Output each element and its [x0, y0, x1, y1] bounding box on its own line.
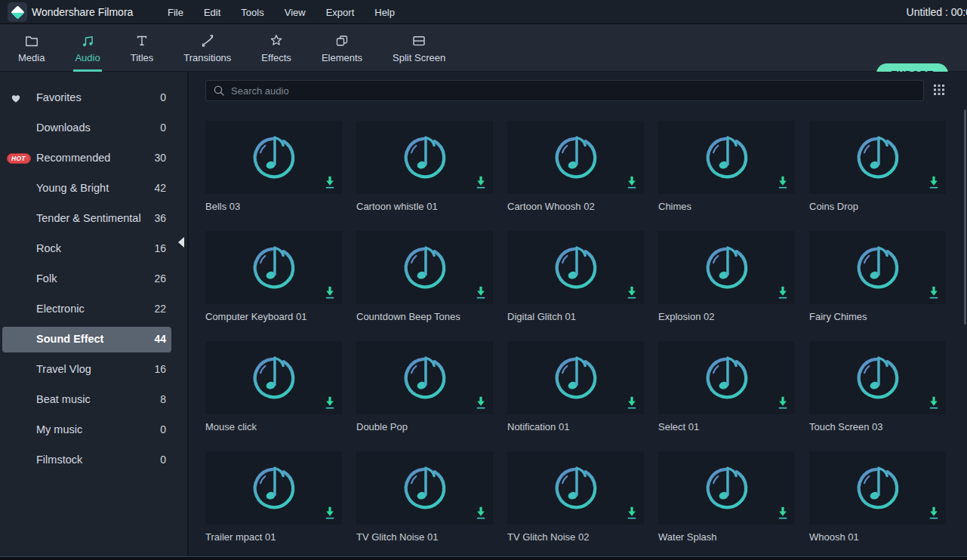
menu-item-help[interactable]: Help [374, 7, 395, 18]
sidebar-item-filmstock[interactable]: Filmstock 0 [0, 445, 187, 475]
audio-thumbnail[interactable] [658, 121, 795, 194]
grid-view-icon[interactable] [933, 84, 945, 96]
audio-thumbnail[interactable] [658, 341, 795, 414]
audio-item-cartoon-whistle-01[interactable]: Cartoon whistle 01 [356, 121, 493, 231]
tab-titles[interactable]: Titles [131, 24, 154, 72]
audio-thumbnail[interactable] [658, 451, 795, 525]
sidebar-item-count: 44 [154, 333, 166, 345]
audio-item-computer-keyboard-01[interactable]: Computer Keyboard 01 [205, 231, 342, 341]
tab-audio[interactable]: Audio [75, 24, 100, 72]
music-note-icon [250, 464, 298, 512]
tab-effects[interactable]: Effects [261, 24, 291, 72]
audio-item-bells-03[interactable]: Bells 03 [205, 121, 342, 231]
tab-split-screen[interactable]: Split Screen [393, 24, 445, 72]
audio-item-digital-glitch-01[interactable]: Digital Glitch 01 [507, 231, 644, 341]
sidebar-collapse-arrow-icon[interactable] [178, 237, 184, 248]
tab-list: Media Audio Titles Transitions Effects E… [18, 24, 445, 72]
sidebar-item-my-music[interactable]: My music 0 [0, 415, 187, 445]
sidebar-item-young-bright[interactable]: Young & Bright 42 [0, 174, 187, 204]
download-icon[interactable] [324, 174, 336, 189]
audio-item-countdown-beep-tones[interactable]: Countdown Beep Tones [356, 231, 493, 341]
scrollbar[interactable] [964, 109, 966, 325]
download-icon[interactable] [626, 174, 638, 189]
download-icon[interactable] [475, 174, 487, 189]
audio-thumbnail[interactable] [356, 451, 493, 525]
menu-item-export[interactable]: Export [326, 7, 355, 18]
audio-item-select-01[interactable]: Select 01 [658, 341, 795, 451]
download-icon[interactable] [777, 505, 789, 520]
audio-thumbnail[interactable] [507, 451, 644, 525]
audio-thumbnail[interactable] [205, 231, 342, 304]
sidebar-item-label: Young & Bright [36, 182, 109, 194]
audio-thumbnail[interactable] [809, 231, 946, 304]
sidebar-item-folk[interactable]: Folk 26 [0, 264, 187, 294]
sidebar-item-favorites[interactable]: Favorites 0 [0, 83, 187, 113]
audio-thumbnail[interactable] [205, 121, 342, 194]
audio-item-tv-glitch-noise-01[interactable]: TV Glitch Noise 01 [356, 451, 493, 560]
audio-thumbnail[interactable] [507, 121, 644, 194]
sidebar-item-label: Electronic [36, 303, 85, 315]
audio-item-whoosh-01[interactable]: Whoosh 01 [809, 451, 946, 560]
audio-thumbnail[interactable] [809, 451, 946, 525]
download-icon[interactable] [475, 285, 487, 300]
tab-media[interactable]: Media [18, 24, 45, 72]
tab-transitions[interactable]: Transitions [183, 24, 231, 72]
download-icon[interactable] [777, 285, 789, 300]
audio-item-coins-drop[interactable]: Coins Drop [809, 121, 946, 231]
download-icon[interactable] [928, 174, 940, 189]
menu-item-file[interactable]: File [168, 7, 183, 18]
sidebar-item-travel-vlog[interactable]: Travel Vlog 16 [0, 355, 187, 385]
sidebar-item-recommended[interactable]: HOT Recommended 30 [0, 143, 187, 174]
download-icon[interactable] [324, 395, 336, 410]
audio-item-touch-screen-03[interactable]: Touch Screen 03 [809, 341, 946, 451]
audio-item-mouse-click[interactable]: Mouse click [205, 341, 342, 451]
audio-thumbnail[interactable] [205, 341, 342, 414]
sidebar-item-count: 36 [154, 212, 166, 224]
audio-item-trailer-mpact-01[interactable]: Trailer mpact 01 [205, 451, 342, 560]
sidebar-item-downloads[interactable]: Downloads 0 [0, 113, 187, 143]
audio-item-tv-glitch-noise-02[interactable]: TV Glitch Noise 02 [507, 451, 644, 560]
audio-item-chimes[interactable]: Chimes [658, 121, 795, 231]
menu-item-tools[interactable]: Tools [241, 7, 263, 18]
download-icon[interactable] [928, 505, 940, 520]
download-icon[interactable] [928, 285, 940, 300]
download-icon[interactable] [324, 285, 336, 300]
sidebar-item-beat-music[interactable]: Beat music 8 [0, 385, 187, 415]
audio-thumbnail[interactable] [809, 121, 946, 194]
audio-item-fairy-chimes[interactable]: Fairy Chimes [809, 231, 946, 341]
audio-thumbnail[interactable] [809, 341, 946, 414]
filmora-window: Wondershare Filmora File Edit Tools View… [0, 0, 967, 560]
audio-item-double-pop[interactable]: Double Pop [356, 341, 493, 451]
download-icon[interactable] [626, 285, 638, 300]
tab-label: Audio [75, 52, 100, 63]
search-input[interactable] [205, 80, 924, 101]
audio-item-notification-01[interactable]: Notification 01 [507, 341, 644, 451]
audio-item-explosion-02[interactable]: Explosion 02 [658, 231, 795, 341]
download-icon[interactable] [626, 395, 638, 410]
audio-thumbnail[interactable] [356, 341, 493, 414]
audio-item-cartoon-whoosh-02[interactable]: Cartoon Whoosh 02 [507, 121, 644, 231]
audio-thumbnail[interactable] [507, 231, 644, 304]
download-icon[interactable] [324, 505, 336, 520]
audio-thumbnail[interactable] [507, 341, 644, 414]
audio-thumbnail[interactable] [356, 231, 493, 304]
audio-item-label: Bells 03 [205, 201, 342, 212]
download-icon[interactable] [475, 505, 487, 520]
download-icon[interactable] [777, 174, 789, 189]
audio-thumbnail[interactable] [205, 451, 342, 525]
audio-item-water-splash[interactable]: Water Splash [658, 451, 795, 560]
menu-item-view[interactable]: View [285, 7, 306, 18]
audio-thumbnail[interactable] [356, 121, 493, 194]
tab-elements[interactable]: Elements [322, 24, 362, 72]
download-icon[interactable] [475, 395, 487, 410]
sidebar-item-label: My music [36, 423, 82, 435]
sidebar-item-rock[interactable]: Rock 16 [0, 234, 187, 264]
sidebar-item-electronic[interactable]: Electronic 22 [0, 294, 187, 325]
download-icon[interactable] [928, 395, 940, 410]
download-icon[interactable] [777, 395, 789, 410]
sidebar-item-tender-sentimental[interactable]: Tender & Sentimental 36 [0, 204, 187, 234]
menu-item-edit[interactable]: Edit [204, 7, 220, 18]
audio-thumbnail[interactable] [658, 231, 795, 304]
download-icon[interactable] [626, 505, 638, 520]
sidebar-item-sound-effect[interactable]: Sound Effect 44 [0, 325, 187, 355]
